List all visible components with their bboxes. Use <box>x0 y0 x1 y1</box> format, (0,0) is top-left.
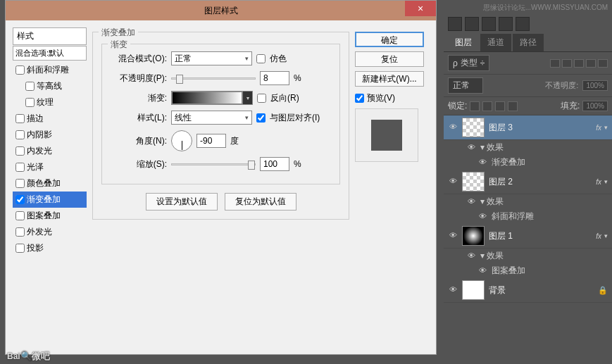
fx-badge[interactable]: fx <box>596 232 601 240</box>
angle-dial[interactable] <box>171 130 192 151</box>
visibility-icon[interactable]: 👁 <box>477 212 487 222</box>
filter-icon[interactable] <box>574 59 584 68</box>
style-item[interactable]: 渐变叠加 <box>13 192 87 208</box>
tool-icon[interactable] <box>448 17 462 31</box>
style-checkbox[interactable] <box>25 98 35 107</box>
style-item[interactable]: 外发光 <box>13 224 87 240</box>
effect-item[interactable]: 👁▾ 效果 <box>444 249 612 263</box>
visibility-icon[interactable]: 👁 <box>477 266 487 276</box>
layer-thumbnail[interactable] <box>462 172 485 192</box>
filter-icon[interactable] <box>598 59 608 68</box>
opacity-input[interactable] <box>260 71 289 85</box>
preview-thumbnail <box>355 108 418 162</box>
fx-badge[interactable]: fx <box>596 124 601 132</box>
layer-row[interactable]: 👁背景🔒 <box>444 278 612 303</box>
visibility-icon[interactable]: 👁 <box>448 177 458 187</box>
lock-icon[interactable] <box>508 101 518 111</box>
filter-icon[interactable] <box>562 59 572 68</box>
effect-item[interactable]: 👁斜面和浮雕 <box>444 209 612 224</box>
layer-row[interactable]: 👁图层 3fx▾ <box>444 115 612 140</box>
scale-input[interactable] <box>260 157 289 171</box>
style-checkbox[interactable] <box>15 227 25 237</box>
layer-thumbnail[interactable] <box>462 226 485 246</box>
style-item[interactable]: 斜面和浮雕 <box>13 62 87 78</box>
style-item[interactable]: 描边 <box>13 111 87 127</box>
lock-icon[interactable] <box>482 101 492 111</box>
filter-type-select[interactable]: ρ 类型 ÷ <box>448 55 489 71</box>
tab-paths[interactable]: 路径 <box>513 34 544 51</box>
collapse-icon[interactable]: ▾ <box>604 178 608 185</box>
collapse-icon[interactable]: ▾ <box>604 232 608 239</box>
gradient-picker[interactable]: ▾ <box>171 91 253 105</box>
style-checkbox[interactable] <box>15 163 25 172</box>
visibility-icon[interactable]: 👁 <box>448 231 458 241</box>
filter-icon[interactable] <box>586 59 596 68</box>
styles-header[interactable]: 样式 <box>13 27 87 45</box>
style-checkbox[interactable] <box>15 114 25 123</box>
style-checkbox[interactable] <box>15 130 25 139</box>
lock-icon[interactable] <box>495 101 505 111</box>
layer-blend-select[interactable]: 正常 <box>448 77 483 94</box>
tab-channels[interactable]: 通道 <box>480 34 511 51</box>
dither-checkbox[interactable] <box>256 54 266 63</box>
visibility-icon[interactable]: 👁 <box>466 251 476 261</box>
lock-icon[interactable] <box>470 101 480 111</box>
style-item[interactable]: 纹理 <box>13 94 87 111</box>
style-checkbox[interactable] <box>15 195 25 204</box>
visibility-icon[interactable]: 👁 <box>448 285 458 295</box>
style-checkbox[interactable] <box>15 244 25 253</box>
style-checkbox[interactable] <box>15 146 25 156</box>
tool-icon[interactable] <box>482 17 496 31</box>
cancel-button[interactable]: 复位 <box>355 51 424 67</box>
angle-input[interactable] <box>196 134 226 148</box>
preview-checkbox[interactable] <box>355 94 364 103</box>
layer-thumbnail[interactable] <box>462 280 485 300</box>
style-item[interactable]: 等高线 <box>13 78 87 94</box>
style-item[interactable]: 投影 <box>13 240 87 256</box>
effect-item[interactable]: 👁渐变叠加 <box>444 155 612 170</box>
opacity-slider[interactable] <box>171 77 256 80</box>
layer-thumbnail[interactable] <box>462 118 485 137</box>
reset-default-button[interactable]: 复位为默认值 <box>225 193 296 211</box>
set-default-button[interactable]: 设置为默认值 <box>146 193 218 211</box>
fx-badge[interactable]: fx <box>596 178 601 186</box>
style-item[interactable]: 内发光 <box>13 143 87 159</box>
collapse-icon[interactable]: ▾ <box>604 124 608 131</box>
style-item[interactable]: 颜色叠加 <box>13 175 87 192</box>
style-item[interactable]: 内阴影 <box>13 127 87 143</box>
style-item[interactable]: 图案叠加 <box>13 208 87 224</box>
visibility-icon[interactable]: 👁 <box>477 158 487 168</box>
tool-icon[interactable] <box>499 17 513 31</box>
reverse-checkbox[interactable] <box>257 94 266 103</box>
visibility-icon[interactable]: 👁 <box>466 143 476 153</box>
style-label: 等高线 <box>37 80 62 92</box>
close-button[interactable]: × <box>405 1 436 16</box>
opacity-value[interactable]: 100% <box>582 80 608 91</box>
style-checkbox[interactable] <box>15 65 25 75</box>
style-select[interactable]: 线性▾ <box>171 111 252 125</box>
ok-button[interactable]: 确定 <box>355 32 424 47</box>
new-style-button[interactable]: 新建样式(W)... <box>355 71 424 87</box>
reverse-label: 反向(R) <box>270 92 299 104</box>
effect-item[interactable]: 👁▾ 效果 <box>444 194 612 209</box>
scale-slider[interactable] <box>171 163 256 165</box>
lock-icon: 🔒 <box>598 286 608 295</box>
align-checkbox[interactable] <box>256 113 266 123</box>
visibility-icon[interactable]: 👁 <box>466 197 476 207</box>
style-checkbox[interactable] <box>15 179 25 188</box>
tool-icon[interactable] <box>465 17 479 31</box>
tab-layers[interactable]: 图层 <box>448 34 479 51</box>
tool-icon[interactable] <box>516 17 530 31</box>
filter-icon[interactable] <box>550 59 560 68</box>
layer-row[interactable]: 👁图层 2fx▾ <box>444 170 612 194</box>
blend-options[interactable]: 混合选项:默认 <box>13 46 87 61</box>
visibility-icon[interactable]: 👁 <box>448 123 458 132</box>
fill-value[interactable]: 100% <box>582 101 608 111</box>
effect-item[interactable]: 👁▾ 效果 <box>444 140 612 155</box>
effect-item[interactable]: 👁图案叠加 <box>444 263 612 278</box>
style-checkbox[interactable] <box>25 82 35 91</box>
style-item[interactable]: 光泽 <box>13 159 87 175</box>
blend-mode-select[interactable]: 正常▾ <box>171 51 252 65</box>
layer-row[interactable]: 👁图层 1fx▾ <box>444 224 612 249</box>
style-checkbox[interactable] <box>15 211 25 220</box>
